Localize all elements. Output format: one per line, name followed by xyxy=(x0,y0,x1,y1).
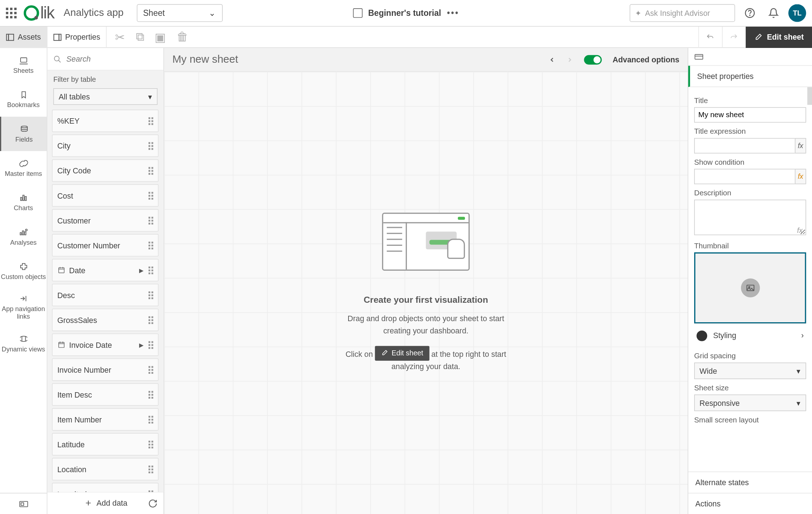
rail-bottom-icon[interactable] xyxy=(0,493,47,514)
drag-handle-icon[interactable] xyxy=(148,465,153,473)
drag-handle-icon[interactable] xyxy=(148,117,153,125)
drag-handle-icon[interactable] xyxy=(148,291,153,299)
app-name: Analytics app xyxy=(64,7,124,19)
description-input[interactable] xyxy=(694,200,806,235)
rail-custom-objects[interactable]: Custom objects xyxy=(0,254,47,288)
field-item[interactable]: Item Number xyxy=(52,408,159,430)
fx-button[interactable]: fx xyxy=(795,169,806,184)
cut-icon[interactable]: ✂ xyxy=(115,30,125,44)
delete-icon[interactable]: 🗑 xyxy=(177,30,188,44)
drag-handle-icon[interactable] xyxy=(148,266,153,274)
sheet-size-dropdown[interactable]: Responsive ▾ xyxy=(694,395,806,411)
calendar-icon xyxy=(57,341,66,349)
assets-toggle[interactable]: Assets xyxy=(0,26,47,48)
prev-sheet-button[interactable] xyxy=(549,56,556,63)
field-item[interactable]: Customer xyxy=(52,209,159,231)
fx-button[interactable]: fx xyxy=(795,138,806,154)
thumbnail-picker[interactable] xyxy=(694,252,806,323)
field-name: Desc xyxy=(57,291,75,300)
grid-spacing-dropdown[interactable]: Wide ▾ xyxy=(694,363,806,379)
field-name: Latitude xyxy=(57,440,85,449)
sheet-canvas[interactable]: Create your first visualization Drag and… xyxy=(164,72,688,514)
add-data-label[interactable]: Add data xyxy=(97,499,128,508)
undo-button[interactable] xyxy=(698,26,722,48)
edit-sheet-button[interactable]: Edit sheet xyxy=(746,26,812,48)
scrollbar[interactable] xyxy=(807,87,812,105)
field-item[interactable]: GrossSales xyxy=(52,309,159,331)
chevron-right-icon: ▶ xyxy=(139,267,144,273)
palette-icon xyxy=(697,330,707,341)
field-item[interactable]: Cost xyxy=(52,184,159,207)
field-item[interactable]: Date▶ xyxy=(52,259,159,281)
sparkle-icon: ✦ xyxy=(635,9,642,18)
search-input[interactable] xyxy=(66,54,157,63)
sheet-dropdown[interactable]: Sheet ⌄ xyxy=(137,4,222,22)
title-expr-input[interactable] xyxy=(694,138,795,154)
sheet-properties-header: Sheet properties xyxy=(688,66,812,87)
copy-icon[interactable]: ⧉ xyxy=(136,30,144,44)
search-row xyxy=(47,48,163,70)
paste-icon[interactable]: ▣ xyxy=(155,30,166,44)
field-item[interactable]: Customer Number xyxy=(52,234,159,256)
redo-button[interactable] xyxy=(722,26,746,48)
app-launcher-icon[interactable] xyxy=(6,8,17,18)
actions-accordion[interactable]: Actions xyxy=(688,493,812,514)
field-item[interactable]: Item Desc xyxy=(52,383,159,406)
field-item[interactable]: Location xyxy=(52,458,159,480)
field-item[interactable]: Desc xyxy=(52,284,159,306)
drag-handle-icon[interactable] xyxy=(148,341,153,349)
styling-row[interactable]: Styling › xyxy=(694,323,806,347)
field-item[interactable]: Longitude xyxy=(52,483,159,492)
insight-search[interactable]: ✦ Ask Insight Advisor xyxy=(630,4,735,22)
rail-label: Custom objects xyxy=(1,273,46,280)
drag-handle-icon[interactable] xyxy=(148,167,153,174)
field-item[interactable]: Latitude xyxy=(52,433,159,455)
rail-bookmarks[interactable]: Bookmarks xyxy=(0,82,47,116)
drag-handle-icon[interactable] xyxy=(148,366,153,373)
drag-handle-icon[interactable] xyxy=(148,192,153,199)
field-item[interactable]: Invoice Date▶ xyxy=(52,333,159,356)
rail-dynamic-views[interactable]: Dynamic views xyxy=(0,327,47,361)
sheet-layout-icon[interactable] xyxy=(694,53,704,60)
advanced-options-toggle[interactable] xyxy=(584,55,602,64)
search-icon xyxy=(53,54,62,63)
drag-handle-icon[interactable] xyxy=(148,316,153,324)
properties-toggle[interactable]: Properties xyxy=(47,26,107,48)
table-filter-dropdown[interactable]: All tables ▾ xyxy=(53,88,157,105)
help-icon[interactable] xyxy=(741,4,759,22)
drag-handle-icon[interactable] xyxy=(148,217,153,224)
rail-fields[interactable]: Fields xyxy=(0,117,47,151)
field-item[interactable]: City xyxy=(52,134,159,157)
drag-handle-icon[interactable] xyxy=(148,242,153,249)
field-name: GrossSales xyxy=(57,315,97,324)
user-avatar[interactable]: TL xyxy=(788,4,806,22)
drag-handle-icon[interactable] xyxy=(148,440,153,448)
more-icon[interactable]: ••• xyxy=(447,8,459,18)
title-label: Title xyxy=(694,97,806,105)
rail-sheets[interactable]: Sheets xyxy=(0,48,47,82)
refresh-icon[interactable] xyxy=(148,499,157,508)
grid-spacing-label: Grid spacing xyxy=(694,352,806,360)
field-item[interactable]: City Code xyxy=(52,159,159,182)
tutorial-title: Beginner's tutorial xyxy=(368,8,441,18)
rail-charts[interactable]: Charts xyxy=(0,185,47,220)
rail-master-items[interactable]: Master items xyxy=(0,151,47,185)
fx-icon[interactable]: fx xyxy=(797,226,802,235)
field-item[interactable]: %KEY xyxy=(52,110,159,132)
sheet-dropdown-label: Sheet xyxy=(143,8,165,18)
drag-handle-icon[interactable] xyxy=(148,416,153,423)
rail-analyses[interactable]: Analyses xyxy=(0,220,47,254)
drag-handle-icon[interactable] xyxy=(148,142,153,150)
title-input[interactable] xyxy=(694,107,806,123)
field-item[interactable]: Invoice Number xyxy=(52,358,159,381)
svg-rect-16 xyxy=(21,502,23,505)
bell-icon[interactable] xyxy=(765,4,782,22)
drag-handle-icon[interactable] xyxy=(148,391,153,398)
show-cond-input[interactable] xyxy=(694,169,795,184)
svg-rect-20 xyxy=(695,54,703,59)
rail-nav-links[interactable]: App navigation links xyxy=(0,288,47,326)
plus-icon[interactable]: ＋ xyxy=(84,497,93,510)
next-sheet-button[interactable] xyxy=(567,56,574,63)
alternate-states-accordion[interactable]: Alternate states xyxy=(688,471,812,493)
insight-placeholder: Ask Insight Advisor xyxy=(645,9,710,18)
